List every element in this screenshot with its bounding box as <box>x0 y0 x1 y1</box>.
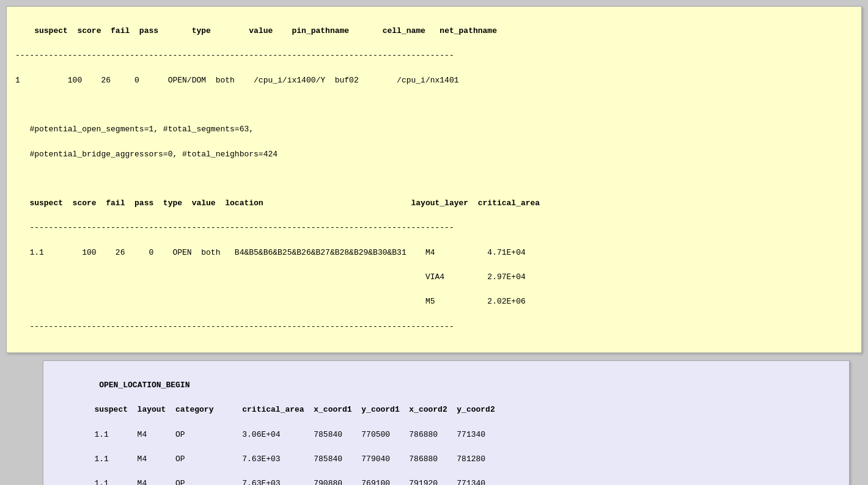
top-divider3: ----------------------------------------… <box>15 322 454 331</box>
top-row1: 1 100 26 0 OPEN/DOM both /cpu_i/ix1400/Y… <box>15 76 459 85</box>
top-subheader: suspect score fail pass type value locat… <box>15 199 540 208</box>
top-subrow3: M5 2.02E+06 <box>15 297 526 306</box>
top-divider2: ----------------------------------------… <box>15 223 454 232</box>
top-subrow1: 1.1 100 26 0 OPEN both B4&B5&B6&B25&B26&… <box>15 248 526 257</box>
bottom-row-1: 1.1 M4 OP 7.63E+03 785840 779040 786880 … <box>80 454 485 464</box>
top-subrow2: VIA4 2.97E+04 <box>15 272 526 282</box>
bottom-header: suspect layout category critical_area x_… <box>80 405 495 414</box>
top-info1: #potential_open_segments=1, #total_segme… <box>15 125 254 134</box>
bottom-panel: OPEN_LOCATION_BEGIN suspect layout categ… <box>43 360 850 485</box>
top-divider1: ----------------------------------------… <box>15 51 454 60</box>
top-info2: #potential_bridge_aggressors=0, #total_n… <box>15 150 278 159</box>
bottom-row-2: 1.1 M4 OP 7.63E+03 790880 769100 791920 … <box>80 479 485 485</box>
top-header: suspect score fail pass type value pin_p… <box>34 26 497 35</box>
open-location-begin: OPEN_LOCATION_BEGIN <box>99 381 189 390</box>
bottom-row-0: 1.1 M4 OP 3.06E+04 785840 770500 786880 … <box>80 430 485 439</box>
top-panel: suspect score fail pass type value pin_p… <box>6 6 862 353</box>
